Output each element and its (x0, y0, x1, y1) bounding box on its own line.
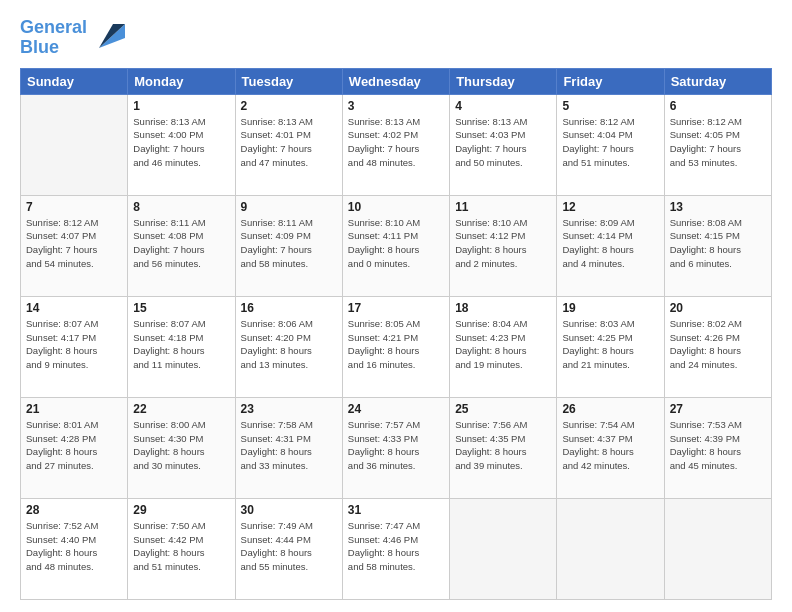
cell-info: Sunrise: 8:04 AM Sunset: 4:23 PM Dayligh… (455, 317, 551, 372)
day-number: 25 (455, 402, 551, 416)
calendar-cell: 22Sunrise: 8:00 AM Sunset: 4:30 PM Dayli… (128, 397, 235, 498)
cell-info: Sunrise: 8:12 AM Sunset: 4:07 PM Dayligh… (26, 216, 122, 271)
cell-info: Sunrise: 8:09 AM Sunset: 4:14 PM Dayligh… (562, 216, 658, 271)
weekday-header-wednesday: Wednesday (342, 68, 449, 94)
calendar-week-0: 1Sunrise: 8:13 AM Sunset: 4:00 PM Daylig… (21, 94, 772, 195)
cell-info: Sunrise: 8:02 AM Sunset: 4:26 PM Dayligh… (670, 317, 766, 372)
cell-info: Sunrise: 7:47 AM Sunset: 4:46 PM Dayligh… (348, 519, 444, 574)
day-number: 13 (670, 200, 766, 214)
calendar-cell: 21Sunrise: 8:01 AM Sunset: 4:28 PM Dayli… (21, 397, 128, 498)
calendar-cell: 15Sunrise: 8:07 AM Sunset: 4:18 PM Dayli… (128, 296, 235, 397)
day-number: 8 (133, 200, 229, 214)
day-number: 29 (133, 503, 229, 517)
day-number: 10 (348, 200, 444, 214)
calendar-week-2: 14Sunrise: 8:07 AM Sunset: 4:17 PM Dayli… (21, 296, 772, 397)
cell-info: Sunrise: 8:07 AM Sunset: 4:18 PM Dayligh… (133, 317, 229, 372)
calendar-cell: 4Sunrise: 8:13 AM Sunset: 4:03 PM Daylig… (450, 94, 557, 195)
day-number: 2 (241, 99, 337, 113)
cell-info: Sunrise: 8:12 AM Sunset: 4:05 PM Dayligh… (670, 115, 766, 170)
weekday-header-row: SundayMondayTuesdayWednesdayThursdayFrid… (21, 68, 772, 94)
calendar-cell: 27Sunrise: 7:53 AM Sunset: 4:39 PM Dayli… (664, 397, 771, 498)
cell-info: Sunrise: 7:57 AM Sunset: 4:33 PM Dayligh… (348, 418, 444, 473)
day-number: 12 (562, 200, 658, 214)
calendar-cell: 7Sunrise: 8:12 AM Sunset: 4:07 PM Daylig… (21, 195, 128, 296)
day-number: 17 (348, 301, 444, 315)
day-number: 11 (455, 200, 551, 214)
calendar-cell: 28Sunrise: 7:52 AM Sunset: 4:40 PM Dayli… (21, 498, 128, 599)
weekday-header-sunday: Sunday (21, 68, 128, 94)
calendar-cell: 30Sunrise: 7:49 AM Sunset: 4:44 PM Dayli… (235, 498, 342, 599)
calendar-cell: 16Sunrise: 8:06 AM Sunset: 4:20 PM Dayli… (235, 296, 342, 397)
day-number: 21 (26, 402, 122, 416)
day-number: 26 (562, 402, 658, 416)
calendar-cell: 18Sunrise: 8:04 AM Sunset: 4:23 PM Dayli… (450, 296, 557, 397)
day-number: 16 (241, 301, 337, 315)
day-number: 31 (348, 503, 444, 517)
day-number: 23 (241, 402, 337, 416)
cell-info: Sunrise: 8:13 AM Sunset: 4:03 PM Dayligh… (455, 115, 551, 170)
calendar-cell: 14Sunrise: 8:07 AM Sunset: 4:17 PM Dayli… (21, 296, 128, 397)
day-number: 9 (241, 200, 337, 214)
cell-info: Sunrise: 7:54 AM Sunset: 4:37 PM Dayligh… (562, 418, 658, 473)
calendar-cell: 6Sunrise: 8:12 AM Sunset: 4:05 PM Daylig… (664, 94, 771, 195)
day-number: 18 (455, 301, 551, 315)
calendar-cell (664, 498, 771, 599)
calendar-cell (21, 94, 128, 195)
calendar-week-4: 28Sunrise: 7:52 AM Sunset: 4:40 PM Dayli… (21, 498, 772, 599)
day-number: 20 (670, 301, 766, 315)
cell-info: Sunrise: 8:07 AM Sunset: 4:17 PM Dayligh… (26, 317, 122, 372)
cell-info: Sunrise: 8:08 AM Sunset: 4:15 PM Dayligh… (670, 216, 766, 271)
day-number: 6 (670, 99, 766, 113)
logo-text: General Blue (20, 18, 87, 58)
calendar-cell: 5Sunrise: 8:12 AM Sunset: 4:04 PM Daylig… (557, 94, 664, 195)
day-number: 24 (348, 402, 444, 416)
day-number: 19 (562, 301, 658, 315)
cell-info: Sunrise: 7:50 AM Sunset: 4:42 PM Dayligh… (133, 519, 229, 574)
cell-info: Sunrise: 8:10 AM Sunset: 4:12 PM Dayligh… (455, 216, 551, 271)
logo: General Blue (20, 18, 125, 58)
day-number: 15 (133, 301, 229, 315)
calendar-cell: 29Sunrise: 7:50 AM Sunset: 4:42 PM Dayli… (128, 498, 235, 599)
cell-info: Sunrise: 7:56 AM Sunset: 4:35 PM Dayligh… (455, 418, 551, 473)
day-number: 7 (26, 200, 122, 214)
calendar-cell: 24Sunrise: 7:57 AM Sunset: 4:33 PM Dayli… (342, 397, 449, 498)
day-number: 27 (670, 402, 766, 416)
calendar-cell: 13Sunrise: 8:08 AM Sunset: 4:15 PM Dayli… (664, 195, 771, 296)
header: General Blue (20, 18, 772, 58)
calendar-cell: 12Sunrise: 8:09 AM Sunset: 4:14 PM Dayli… (557, 195, 664, 296)
day-number: 5 (562, 99, 658, 113)
cell-info: Sunrise: 7:52 AM Sunset: 4:40 PM Dayligh… (26, 519, 122, 574)
logo-icon (91, 20, 125, 48)
calendar-cell: 8Sunrise: 8:11 AM Sunset: 4:08 PM Daylig… (128, 195, 235, 296)
weekday-header-saturday: Saturday (664, 68, 771, 94)
calendar-cell: 20Sunrise: 8:02 AM Sunset: 4:26 PM Dayli… (664, 296, 771, 397)
cell-info: Sunrise: 8:11 AM Sunset: 4:09 PM Dayligh… (241, 216, 337, 271)
calendar-week-1: 7Sunrise: 8:12 AM Sunset: 4:07 PM Daylig… (21, 195, 772, 296)
weekday-header-thursday: Thursday (450, 68, 557, 94)
calendar-cell: 11Sunrise: 8:10 AM Sunset: 4:12 PM Dayli… (450, 195, 557, 296)
calendar-cell: 23Sunrise: 7:58 AM Sunset: 4:31 PM Dayli… (235, 397, 342, 498)
weekday-header-monday: Monday (128, 68, 235, 94)
cell-info: Sunrise: 8:05 AM Sunset: 4:21 PM Dayligh… (348, 317, 444, 372)
page: General Blue SundayMondayTuesdayWednesda… (0, 0, 792, 612)
cell-info: Sunrise: 8:13 AM Sunset: 4:01 PM Dayligh… (241, 115, 337, 170)
calendar-cell: 17Sunrise: 8:05 AM Sunset: 4:21 PM Dayli… (342, 296, 449, 397)
day-number: 30 (241, 503, 337, 517)
cell-info: Sunrise: 7:58 AM Sunset: 4:31 PM Dayligh… (241, 418, 337, 473)
day-number: 1 (133, 99, 229, 113)
calendar-cell: 3Sunrise: 8:13 AM Sunset: 4:02 PM Daylig… (342, 94, 449, 195)
calendar-cell: 31Sunrise: 7:47 AM Sunset: 4:46 PM Dayli… (342, 498, 449, 599)
calendar-cell (557, 498, 664, 599)
cell-info: Sunrise: 8:11 AM Sunset: 4:08 PM Dayligh… (133, 216, 229, 271)
calendar-cell: 10Sunrise: 8:10 AM Sunset: 4:11 PM Dayli… (342, 195, 449, 296)
weekday-header-friday: Friday (557, 68, 664, 94)
cell-info: Sunrise: 8:03 AM Sunset: 4:25 PM Dayligh… (562, 317, 658, 372)
day-number: 3 (348, 99, 444, 113)
calendar-cell: 26Sunrise: 7:54 AM Sunset: 4:37 PM Dayli… (557, 397, 664, 498)
cell-info: Sunrise: 8:01 AM Sunset: 4:28 PM Dayligh… (26, 418, 122, 473)
cell-info: Sunrise: 8:12 AM Sunset: 4:04 PM Dayligh… (562, 115, 658, 170)
calendar-cell: 9Sunrise: 8:11 AM Sunset: 4:09 PM Daylig… (235, 195, 342, 296)
weekday-header-tuesday: Tuesday (235, 68, 342, 94)
calendar: SundayMondayTuesdayWednesdayThursdayFrid… (20, 68, 772, 600)
calendar-week-3: 21Sunrise: 8:01 AM Sunset: 4:28 PM Dayli… (21, 397, 772, 498)
